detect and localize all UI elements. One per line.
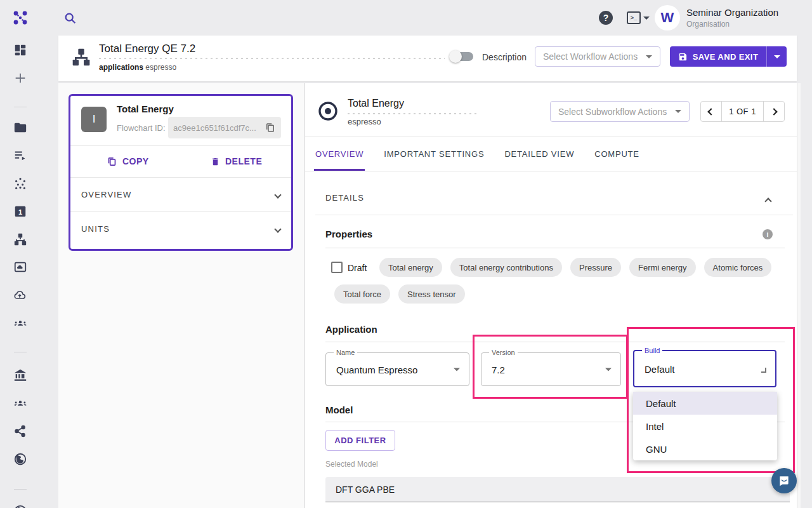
chip-total-energy-contributions[interactable]: Total energy contributions	[450, 258, 562, 277]
build-options-menu: Default Intel GNU	[633, 392, 777, 460]
subworkflow-subtitle: espresso	[348, 117, 381, 126]
save-icon	[678, 52, 688, 62]
divider	[315, 215, 793, 215]
chip-atomic-forces[interactable]: Atomic forces	[704, 258, 772, 277]
chip-pressure[interactable]: Pressure	[570, 258, 621, 277]
terminal-icon[interactable]: >_	[627, 11, 651, 25]
unit-title: Total Energy	[117, 104, 174, 114]
globe-partial-icon[interactable]	[13, 503, 27, 508]
subworkflow-actions-select[interactable]: Select Subworkflow Actions	[550, 101, 690, 122]
topbar: ? >_ W Seminar Organization Organisation	[0, 0, 812, 36]
unit-card-section-overview[interactable]: OVERVIEW	[70, 178, 291, 211]
screen-cloud-icon[interactable]	[13, 260, 27, 274]
chat-icon	[778, 474, 790, 487]
delete-label: DELETE	[225, 156, 262, 166]
details-collapse-button[interactable]	[766, 195, 771, 206]
draft-checkbox[interactable]	[331, 262, 343, 273]
numbered-box-icon[interactable]: 1	[13, 204, 27, 218]
divider	[325, 248, 785, 248]
workflow-subtitle: applications espresso	[99, 63, 176, 72]
avatar: W	[655, 5, 680, 30]
terminal-caret-icon	[643, 17, 650, 20]
subworkflow-panel: Total Energy espresso Select Subworkflow…	[305, 83, 797, 508]
flowchart-id-label: Flowchart ID:	[117, 123, 166, 133]
atoms-cluster-icon[interactable]	[13, 177, 27, 190]
workflow-tree-icon[interactable]	[13, 232, 27, 246]
application-heading: Application	[325, 324, 377, 335]
info-icon[interactable]: i	[763, 229, 773, 239]
users-icon[interactable]	[13, 396, 27, 410]
workflow-actions-placeholder: Select Workflow Actions	[543, 51, 641, 62]
share-icon[interactable]	[13, 424, 27, 438]
globe-icon[interactable]	[13, 452, 27, 466]
rail-divider	[14, 107, 27, 107]
bank-icon[interactable]	[13, 368, 27, 382]
tab-compute[interactable]: COMPUTE	[584, 149, 650, 159]
tab-detailed-view[interactable]: DETAILED VIEW	[494, 149, 584, 159]
chip-total-force[interactable]: Total force	[334, 284, 390, 304]
chevron-down-icon	[274, 191, 281, 198]
workflow-tree-icon	[71, 47, 91, 70]
scrollbar-track[interactable]	[797, 83, 801, 508]
selected-model-label: Selected Model	[325, 460, 378, 469]
chevron-down-icon	[274, 225, 281, 232]
cloud-upload-icon[interactable]	[13, 288, 27, 302]
subworkflow-actions-placeholder: Select Subworkflow Actions	[558, 107, 670, 117]
account-menu[interactable]: W Seminar Organization Organisation	[655, 5, 778, 30]
subworkflow-tabs: OVERVIEW IMPORTANT SETTINGS DETAILED VIE…	[305, 137, 797, 171]
tab-overview[interactable]: OVERVIEW	[305, 149, 374, 159]
build-option-gnu[interactable]: GNU	[633, 438, 777, 460]
unit-badge: I	[81, 107, 107, 132]
toggle-knob	[449, 50, 462, 63]
add-icon[interactable]	[13, 71, 27, 85]
caret-down-icon	[675, 110, 681, 113]
copy-id-icon[interactable]	[265, 122, 276, 133]
application-build-select[interactable]: Build Default	[633, 350, 776, 387]
unit-card-section-units[interactable]: UNITS	[70, 212, 291, 246]
jobs-list-icon[interactable]	[13, 149, 27, 163]
save-and-exit-button[interactable]: SAVE AND EXIT	[670, 46, 766, 67]
version-field-value: 7.2	[492, 364, 505, 375]
unit-card-total-energy[interactable]: I Total Energy Flowchart ID: COPY DELETE…	[69, 94, 293, 251]
dotted-divider	[348, 113, 479, 114]
pager-next-button[interactable]	[763, 102, 784, 121]
application-version-select[interactable]: Version 7.2	[481, 352, 621, 386]
search-icon[interactable]	[63, 11, 77, 25]
app-logo-molecule-icon[interactable]	[11, 9, 29, 27]
flowchart-id-input[interactable]	[173, 123, 261, 133]
team-icon[interactable]	[13, 316, 27, 330]
name-field-label: Name	[334, 349, 357, 356]
description-toggle[interactable]	[449, 49, 476, 64]
org-name: Seminar Organization	[686, 7, 778, 18]
folder-icon[interactable]	[13, 121, 27, 135]
caret-down-icon	[454, 368, 460, 371]
workflow-actions-select[interactable]: Select Workflow Actions	[535, 46, 660, 67]
delete-unit-button[interactable]: DELETE	[211, 152, 262, 170]
rail-divider	[14, 489, 27, 490]
pager-count: 1 OF 1	[722, 102, 763, 121]
trash-icon	[211, 156, 220, 167]
workflow-header: Total Energy QE 7.2 applications espress…	[58, 36, 797, 81]
build-option-intel[interactable]: Intel	[633, 415, 777, 438]
help-icon[interactable]: ?	[599, 11, 613, 25]
left-nav-rail: 1	[0, 36, 41, 508]
save-options-caret-button[interactable]	[766, 46, 787, 67]
add-filter-button[interactable]: ADD FILTER	[325, 430, 395, 451]
copy-unit-button[interactable]: COPY	[107, 152, 149, 170]
tab-important-settings[interactable]: IMPORTANT SETTINGS	[374, 149, 494, 159]
chip-stress-tensor[interactable]: Stress tensor	[398, 284, 465, 304]
terminal-glyph: >_	[627, 11, 641, 24]
svg-text:1: 1	[18, 208, 22, 216]
flowchart-id-field[interactable]	[168, 117, 281, 138]
copy-icon	[107, 156, 117, 167]
build-option-default[interactable]: Default	[633, 392, 777, 415]
selected-model-select[interactable]: DFT GGA PBE	[325, 477, 790, 502]
dashboard-icon[interactable]	[13, 43, 27, 57]
selected-model-value: DFT GGA PBE	[336, 485, 773, 495]
pager-prev-button[interactable]	[701, 102, 722, 121]
chip-fermi-energy[interactable]: Fermi energy	[629, 258, 696, 277]
application-name-select[interactable]: Name Quantum Espresso	[325, 352, 469, 386]
chat-launcher-button[interactable]	[771, 468, 797, 493]
chip-total-energy[interactable]: Total energy	[379, 258, 442, 277]
radio-target-icon	[317, 100, 339, 124]
